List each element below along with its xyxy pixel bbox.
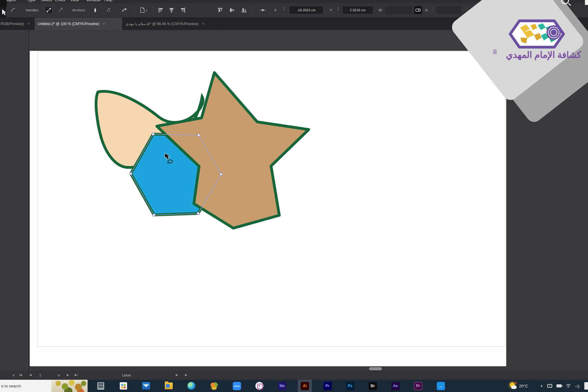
after-effects-button[interactable]: Ae	[384, 380, 407, 392]
scrollbar-thumb[interactable]	[369, 367, 382, 370]
menu-item-effect[interactable]: Effect	[55, 0, 65, 3]
corner-sliver	[585, 0, 588, 5]
premiere-button[interactable]: Pr	[316, 380, 339, 392]
photoshop-button[interactable]: Ps	[339, 380, 361, 392]
tab-untitled-2[interactable]: Untitled-2* @ 100 % (CMYK/Preview) ×	[35, 18, 123, 30]
h-label: H:	[425, 8, 428, 12]
separator	[251, 6, 251, 15]
logo-badge	[508, 18, 565, 50]
h-field[interactable]	[436, 6, 462, 14]
remove-anchor-button[interactable]	[105, 6, 113, 14]
weather-icon[interactable]	[509, 382, 517, 390]
tab-label: RGB/Preview)	[1, 22, 24, 26]
align-vcenter-button[interactable]	[228, 6, 236, 14]
edge-icon	[187, 382, 195, 390]
instagram-icon	[255, 382, 263, 390]
scouts-logo: كشافة الإمام المهدي	[494, 15, 582, 67]
teamviewer-button[interactable]: ↔	[429, 380, 452, 392]
next-artboard-button[interactable]: ▶	[67, 373, 69, 376]
illustrator-icon: Ai	[301, 382, 309, 390]
org-name-arabic: كشافة الإمام المهدي	[494, 50, 581, 60]
convert-anchor-button[interactable]	[120, 6, 128, 14]
file-explorer-button[interactable]	[157, 380, 180, 392]
close-icon[interactable]: ×	[103, 22, 105, 26]
tab-rgb-document[interactable]: RGB/Preview) ×	[0, 18, 35, 30]
artboard[interactable]	[37, 51, 505, 347]
premiere-icon: Pr	[323, 382, 332, 390]
premiere-beta-button[interactable]: Pr	[407, 380, 429, 392]
link-dimensions-button[interactable]	[414, 6, 422, 14]
folder-icon	[165, 383, 173, 389]
h-stepper[interactable]: ▴▾	[431, 6, 434, 14]
first-artboard-button[interactable]: |◀	[19, 373, 22, 376]
selection-tool-button[interactable]	[0, 7, 6, 18]
instagram-button[interactable]	[248, 380, 271, 392]
handles-label: Handles:	[26, 8, 39, 12]
tray-edge	[584, 382, 588, 390]
y-stepper[interactable]: ▴▾	[336, 6, 340, 14]
photoshop-icon: Ps	[346, 382, 354, 390]
speaker-icon[interactable]: ◁)	[575, 384, 579, 388]
menu-item-view[interactable]: View	[70, 0, 79, 3]
align-hcenter-button[interactable]	[168, 6, 175, 14]
zoom-app-button[interactable]: zoom	[225, 380, 248, 392]
x-field[interactable]: -16.2023 cm	[289, 6, 323, 14]
temperature-text[interactable]: 20°C	[519, 384, 528, 388]
menu-item-select[interactable]: Select	[41, 0, 52, 3]
prev-artboard-button[interactable]: ◀	[29, 373, 32, 376]
media-encoder-button[interactable]: Me	[271, 380, 293, 392]
document-setup-button[interactable]: ∨	[138, 6, 149, 14]
tab-label: سلام يا مهدي.ai* @ 66.46 % (CMYK/Preview…	[126, 22, 198, 26]
zoom-dropdown[interactable]: ∨	[12, 373, 15, 377]
horizontal-scrollbar[interactable]	[30, 366, 506, 371]
w-field[interactable]	[385, 6, 412, 14]
menu-item-window[interactable]: Window	[86, 0, 100, 3]
fruit-app-button[interactable]	[203, 380, 225, 392]
add-anchor-button[interactable]	[91, 6, 99, 14]
align-top-button[interactable]	[216, 6, 224, 14]
w-label: W:	[379, 8, 383, 12]
tab-label: Untitled-2* @ 100 % (CMYK/Preview)	[38, 22, 99, 26]
microsoft-store-button[interactable]	[112, 380, 135, 392]
edge-button[interactable]	[180, 380, 203, 392]
windows-taskbar: e to search zoom Me Ai Pr Ps Br Ae Pr ↔ …	[0, 380, 588, 392]
mail-button[interactable]	[135, 380, 157, 392]
hide-handles-button[interactable]	[56, 6, 64, 14]
menu-item-type[interactable]: Type	[27, 0, 36, 3]
align-bottom-button[interactable]	[240, 6, 248, 14]
media-encoder-icon: Me	[278, 382, 286, 390]
filmstrip-icon	[97, 382, 104, 390]
battery-icon[interactable]	[556, 384, 562, 387]
close-icon[interactable]: ×	[202, 22, 204, 26]
wifi-icon[interactable]	[566, 384, 571, 388]
menu-item-help[interactable]: Help	[104, 0, 112, 3]
align-left-button[interactable]	[157, 6, 165, 14]
bridge-button[interactable]: Br	[361, 380, 384, 392]
zoom-icon: zoom	[233, 382, 241, 390]
tab-salam-ya-mahdi[interactable]: سلام يا مهدي.ai* @ 66.46 % (CMYK/Preview…	[123, 18, 220, 30]
last-artboard-button[interactable]: ▶|	[75, 373, 77, 376]
illustrator-window: ObjectTypeSelectEffectViewWindowHelp Han…	[0, 0, 588, 392]
search-highlight-image[interactable]	[51, 380, 88, 392]
status-expand-icon[interactable]: ▶	[176, 373, 178, 376]
y-field[interactable]: 2.9216 cm	[342, 6, 373, 14]
illustrator-button[interactable]: Ai	[293, 380, 316, 392]
tools-panel-area	[0, 30, 29, 371]
close-icon[interactable]: ×	[28, 22, 30, 26]
hidden-icons-chevron[interactable]: ∧	[540, 384, 543, 388]
task-view-button[interactable]	[89, 380, 112, 392]
display-tray-icon[interactable]	[547, 384, 552, 388]
align-right-button[interactable]	[179, 6, 187, 14]
show-handles-button[interactable]	[45, 6, 53, 14]
x-stepper[interactable]: ▴▾	[282, 6, 286, 14]
align-to-selection-icon[interactable]	[259, 6, 267, 14]
bridge-icon: Br	[369, 382, 377, 390]
artboard-dropdown[interactable]: ∨	[58, 373, 60, 377]
y-label: Y:	[330, 8, 333, 12]
curvature-tool-button[interactable]	[9, 6, 17, 14]
search-placeholder-text: e to search	[1, 384, 21, 388]
status-collapse-icon[interactable]: ◀	[184, 373, 187, 376]
anchors-label: Anchors:	[72, 8, 85, 12]
mail-icon	[142, 382, 150, 390]
artboard-number[interactable]: 1	[39, 373, 41, 377]
